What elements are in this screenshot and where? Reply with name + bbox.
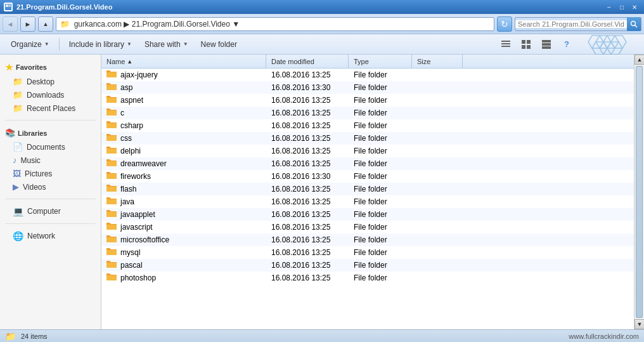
app-icon — [4, 3, 13, 11]
table-row[interactable]: asp 16.08.2016 13:30 File folder — [101, 81, 634, 94]
table-row[interactable]: pascal 16.08.2016 13:25 File folder — [101, 259, 634, 272]
table-row[interactable]: microsoftoffice 16.08.2016 13:25 File fo… — [101, 233, 634, 246]
libraries-label: Libraries — [18, 129, 47, 137]
folder-icon — [106, 209, 117, 220]
table-row[interactable]: flash 16.08.2016 13:25 File folder — [101, 183, 634, 195]
status-url: www.fullcrackindir.com — [569, 332, 639, 340]
header-type[interactable]: Type — [349, 55, 412, 68]
network-label: Network — [27, 232, 55, 240]
share-label: Share with — [145, 40, 181, 49]
scroll-down-button[interactable]: ▼ — [634, 319, 644, 329]
folder-date: 16.08.2016 13:25 — [266, 69, 349, 81]
table-row[interactable]: ajax-jquery 16.08.2016 13:25 File folder — [101, 69, 634, 81]
maximize-button[interactable]: □ — [616, 3, 628, 11]
organize-button[interactable]: Organize ▼ — [5, 36, 55, 53]
sidebar-item-downloads[interactable]: 📁 Downloads — [0, 88, 101, 102]
help-button[interactable]: ? — [558, 36, 576, 53]
folder-size — [412, 213, 463, 216]
folder-size — [412, 239, 463, 241]
file-list: ajax-jquery 16.08.2016 13:25 File folder… — [101, 69, 634, 329]
table-row[interactable]: delphi 16.08.2016 13:25 File folder — [101, 145, 634, 157]
refresh-button[interactable]: ↻ — [497, 16, 512, 32]
minimize-button[interactable]: − — [603, 3, 615, 11]
videos-label: Videos — [23, 183, 46, 192]
new-folder-button[interactable]: New folder — [195, 36, 243, 53]
folder-size — [412, 264, 463, 266]
sidebar-divider-2 — [5, 199, 96, 199]
search-button[interactable] — [627, 17, 641, 31]
window-title: 21.Program.Dili.Gorsel.Video — [16, 3, 112, 11]
sidebar-item-computer[interactable]: 💻 Computer — [0, 204, 101, 218]
search-input[interactable] — [515, 20, 627, 28]
sidebar-item-videos[interactable]: ▶ Videos — [0, 180, 101, 194]
include-library-button[interactable]: Include in library ▼ — [63, 36, 138, 53]
svg-rect-12 — [527, 45, 531, 49]
videos-icon: ▶ — [13, 182, 19, 192]
folder-size — [412, 201, 463, 203]
folder-size — [412, 175, 463, 178]
folder-type: File folder — [349, 183, 412, 195]
new-folder-label: New folder — [201, 40, 237, 49]
view-tiles-button[interactable] — [538, 36, 555, 53]
back-button[interactable]: ◄ — [3, 16, 18, 32]
forward-button[interactable]: ► — [20, 16, 35, 32]
sidebar-item-desktop[interactable]: 📁 Desktop — [0, 75, 101, 88]
close-button[interactable]: ✕ — [629, 3, 640, 11]
folder-date: 16.08.2016 13:25 — [266, 145, 349, 157]
sidebar-item-documents[interactable]: 📄 Documents — [0, 140, 101, 154]
favorites-label: Favorites — [16, 63, 47, 71]
table-row[interactable]: aspnet 16.08.2016 13:25 File folder — [101, 94, 634, 107]
scroll-up-button[interactable]: ▲ — [634, 55, 644, 65]
folder-icon — [106, 133, 117, 143]
table-row[interactable]: css 16.08.2016 13:25 File folder — [101, 132, 634, 145]
libraries-header: 📚 Libraries — [0, 126, 101, 140]
folder-size — [412, 137, 463, 140]
documents-icon: 📄 — [13, 142, 23, 152]
sidebar-item-network[interactable]: 🌐 Network — [0, 229, 101, 243]
up-button[interactable]: ▲ — [38, 16, 53, 32]
folder-name: c — [120, 109, 124, 117]
folder-name: javascript — [120, 223, 153, 232]
header-size[interactable]: Size — [412, 55, 463, 68]
folder-icon — [106, 183, 117, 194]
sidebar-divider-1 — [5, 120, 96, 121]
sidebar-item-pictures[interactable]: 🖼 Pictures — [0, 167, 101, 180]
computer-icon: 💻 — [13, 206, 23, 216]
svg-rect-9 — [522, 40, 525, 44]
table-row[interactable]: javaapplet 16.08.2016 13:25 File folder — [101, 208, 634, 221]
folder-date: 16.08.2016 13:25 — [266, 183, 349, 195]
sidebar-item-recent[interactable]: 📁 Recent Places — [0, 102, 101, 115]
header-date[interactable]: Date modified — [266, 55, 349, 68]
organize-arrow: ▼ — [44, 41, 49, 47]
folder-name: mysql — [120, 248, 140, 257]
svg-rect-14 — [542, 43, 551, 46]
folder-name: photoshop — [120, 273, 156, 282]
downloads-folder-icon: 📁 — [13, 90, 23, 100]
share-with-button[interactable]: Share with ▼ — [139, 36, 194, 53]
sidebar-item-music[interactable]: ♪ Music — [0, 154, 101, 167]
documents-label: Documents — [27, 143, 65, 152]
folder-size — [412, 150, 463, 152]
folder-size — [412, 74, 463, 76]
folder-type: File folder — [349, 171, 412, 182]
folder-type: File folder — [349, 272, 412, 284]
table-row[interactable]: javascript 16.08.2016 13:25 File folder — [101, 221, 634, 233]
table-row[interactable]: fireworks 16.08.2016 13:30 File folder — [101, 170, 634, 183]
scrollbar[interactable]: ▲ ▼ — [634, 55, 644, 329]
folder-name: java — [120, 197, 134, 206]
table-row[interactable]: csharp 16.08.2016 13:25 File folder — [101, 119, 634, 132]
view-list-button[interactable] — [497, 36, 515, 53]
svg-rect-2 — [9, 4, 11, 6]
table-row[interactable]: java 16.08.2016 13:25 File folder — [101, 195, 634, 208]
header-name[interactable]: Name ▲ — [101, 55, 266, 68]
view-details-button[interactable] — [517, 36, 535, 53]
pictures-label: Pictures — [25, 169, 52, 178]
folder-type: File folder — [349, 247, 412, 258]
folder-icon — [106, 120, 117, 131]
table-row[interactable]: photoshop 16.08.2016 13:25 File folder — [101, 272, 634, 284]
table-row[interactable]: dreamweaver 16.08.2016 13:25 File folder — [101, 157, 634, 170]
table-row[interactable]: c 16.08.2016 13:25 File folder — [101, 107, 634, 119]
table-row[interactable]: mysql 16.08.2016 13:25 File folder — [101, 246, 634, 259]
scroll-thumb[interactable] — [636, 66, 643, 318]
breadcrumb[interactable]: 📁 gurkanca.com ▶ 21.Program.Dili.Gorsel.… — [56, 17, 494, 31]
